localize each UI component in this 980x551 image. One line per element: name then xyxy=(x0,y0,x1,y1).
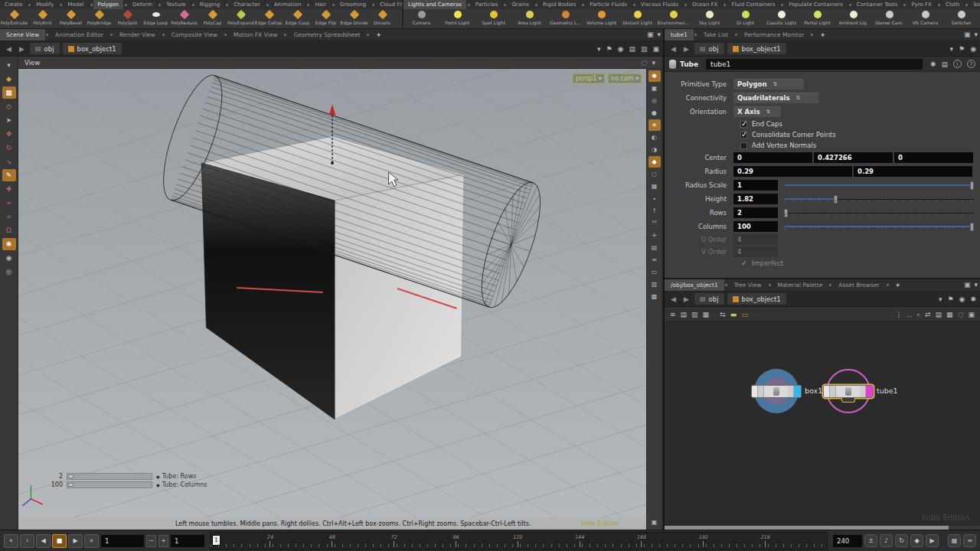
shelf-tab-cloth[interactable]: Cloth xyxy=(941,0,965,9)
view-tool-icon[interactable]: ◉ xyxy=(2,252,16,264)
shelf-tool-edge-flip[interactable]: Edge Flip xyxy=(312,9,340,28)
link-badge-icon[interactable]: ◉ xyxy=(959,295,965,303)
node-display-flag[interactable] xyxy=(866,386,873,397)
shelf-tab-particles[interactable]: Particles xyxy=(471,0,504,9)
current-frame-field[interactable]: 1 xyxy=(101,535,144,547)
handles-display-icon[interactable]: + xyxy=(648,230,661,241)
pane-layout-icon[interactable]: ▣ xyxy=(964,31,971,38)
rows-field[interactable]: 2 xyxy=(733,207,778,218)
gear-icon[interactable]: ✱ xyxy=(970,295,976,303)
shelf-tab-particle-fluids[interactable]: Particle Fluids xyxy=(585,0,632,9)
stow-icon[interactable]: ▤ xyxy=(629,45,635,53)
shadows-icon[interactable]: ◑ xyxy=(648,144,661,155)
pin-flag-icon[interactable]: ⚑ xyxy=(959,45,965,53)
path-root-chip[interactable]: ▤obj xyxy=(694,43,724,54)
network-tab-asset-browser[interactable]: Asset Browser xyxy=(832,279,885,291)
shelf-tool-polysplit[interactable]: PolySplit xyxy=(113,9,142,28)
desktop-layout-icon[interactable]: ▦ xyxy=(948,534,961,547)
shelf-tab-rigid-bodies[interactable]: Rigid Bodies xyxy=(538,0,581,9)
forward-arrow-icon[interactable]: ▶ xyxy=(681,45,691,53)
shelf-tool-switcher[interactable]: Switcher xyxy=(943,9,979,28)
lighting-icon[interactable]: ☀ xyxy=(648,119,661,131)
scene-tab-animation-editor[interactable]: Animation Editor xyxy=(49,29,109,41)
node-name-field[interactable]: tube1 xyxy=(706,59,923,70)
network-tab-plus[interactable]: + xyxy=(890,279,906,291)
param-tab-take-list[interactable]: Take List xyxy=(697,29,734,41)
forward-arrow-icon[interactable]: ▶ xyxy=(17,45,27,53)
snapshot-icon[interactable]: ▣ xyxy=(648,517,661,528)
scene-tab-geometry-spreadsheet[interactable]: Geometry Spreadsheet xyxy=(287,29,366,41)
overlay-slider-track[interactable] xyxy=(67,473,152,480)
dots-menu-icon[interactable]: ⋮ xyxy=(895,311,902,318)
shelf-tool-environmen[interactable]: Environmen... xyxy=(655,9,691,28)
shelf-tool-edge-cusp[interactable]: Edge Cusp xyxy=(283,9,312,28)
network-tab-material-palette[interactable]: Material Palette xyxy=(772,279,829,291)
shelf-tool-point-light[interactable]: Point Light xyxy=(439,9,475,28)
points-display-icon[interactable]: ∙ xyxy=(648,193,661,204)
network-graph-canvas[interactable]: Indie Edition box1tube1 xyxy=(665,322,980,530)
frame-all-icon[interactable]: ▣ xyxy=(968,311,975,318)
shelf-tool-volume-light[interactable]: Volume Light xyxy=(583,9,619,28)
scene-tab-scene-view[interactable]: Scene View xyxy=(0,29,45,41)
network-badge-icon[interactable]: ▭ xyxy=(741,311,748,318)
node-flag-segment[interactable] xyxy=(758,386,764,397)
perspective-selector[interactable]: persp1 ▾ xyxy=(573,73,605,83)
path-node-chip[interactable]: box_object1 xyxy=(727,43,786,54)
shelf-tool-polyextrude[interactable]: PolyExtrude xyxy=(0,9,28,28)
info-icon[interactable]: i xyxy=(953,60,962,68)
rotate-icon[interactable]: ↻ xyxy=(2,142,16,154)
shelf-tool-edge-divide[interactable]: Edge Divide xyxy=(340,9,368,28)
shelf-tool-gi-light[interactable]: GI Light xyxy=(727,9,763,28)
camera-selector[interactable]: no cam ▾ xyxy=(608,73,642,83)
audio-icon[interactable]: ♪ xyxy=(880,534,893,547)
view-options-icon[interactable]: ● xyxy=(648,107,661,119)
material-shading-icon[interactable]: ○ xyxy=(648,168,661,180)
play-reverse-button[interactable]: ◀ xyxy=(36,534,51,548)
shelf-tool-dissolv[interactable]: Dissolv. xyxy=(368,9,397,28)
shelf-tool-caustic-light[interactable]: Caustic Light xyxy=(763,9,799,28)
grid-display-icon[interactable]: ▤ xyxy=(648,242,661,253)
radius-y-field[interactable]: 0.29 xyxy=(854,166,972,177)
back-arrow-icon[interactable]: ◀ xyxy=(4,45,14,53)
flipbook-icon[interactable]: ▥ xyxy=(648,279,661,290)
playback-controls-icon[interactable]: ± xyxy=(864,534,877,547)
back-arrow-icon[interactable]: ◀ xyxy=(668,295,678,303)
ruler-icon[interactable]: ≡ xyxy=(648,254,661,266)
shelf-tab-populate-containers[interactable]: Populate Containers xyxy=(784,0,848,9)
align-nodes-icon[interactable]: ⇄ xyxy=(925,311,931,318)
lock-selection-icon[interactable]: ▣ xyxy=(648,83,661,94)
shelf-tab-create[interactable]: Create xyxy=(0,0,28,9)
forward-arrow-icon[interactable]: ▶ xyxy=(681,295,691,303)
headlight-icon[interactable]: ◐ xyxy=(648,132,661,143)
shelf-tool-polyknit[interactable]: PolyKnit xyxy=(28,9,57,28)
overlay-slider-handle[interactable] xyxy=(68,483,74,487)
add-vertex-normals-checkbox[interactable] xyxy=(740,142,747,149)
shelf-tool-ambient-lig[interactable]: Ambient Lig. xyxy=(835,9,871,28)
magnet-icon[interactable]: Ω xyxy=(2,224,16,236)
shelf-tab-character[interactable]: Character xyxy=(229,0,266,9)
decrement-button[interactable]: − xyxy=(146,535,156,547)
shelf-tab-solid[interactable]: Solid xyxy=(969,0,980,9)
jump-to-start-button[interactable]: « xyxy=(4,534,18,548)
node-display-flag[interactable] xyxy=(794,386,801,397)
pivot-icon[interactable]: ◎ xyxy=(2,266,16,278)
link-badge-icon[interactable]: ◉ xyxy=(970,45,976,53)
scene-tab-motion-fx-view[interactable]: Motion FX View xyxy=(227,29,283,41)
ellipsis-icon[interactable]: ‥ xyxy=(906,311,911,318)
shelf-tab-pyro-fx[interactable]: Pyro FX xyxy=(906,0,936,9)
scrub-mode-icon[interactable]: ▶ xyxy=(926,534,939,547)
end-caps-checkbox[interactable] xyxy=(740,121,747,128)
pane-menu-icon[interactable]: ▾ xyxy=(652,59,655,67)
normals-display-icon[interactable]: ↑ xyxy=(648,205,661,217)
path-caret-icon[interactable]: ▾ xyxy=(939,295,942,303)
center-y-field[interactable]: 0.427266 xyxy=(814,152,893,163)
shelf-tool-camera[interactable]: Camera xyxy=(403,9,439,28)
shelf-tool-portal-light[interactable]: Portal Light xyxy=(799,9,835,28)
path-caret-icon[interactable]: ▾ xyxy=(597,45,601,53)
shelf-tool-edge-collap[interactable]: Edge Collap. xyxy=(255,9,283,28)
playhead[interactable]: 1 xyxy=(212,535,220,546)
consolidate-corner-points-checkbox[interactable] xyxy=(740,132,747,139)
uv-display-icon[interactable]: ¹² xyxy=(648,217,661,229)
presets-icon[interactable]: ▤ xyxy=(941,60,948,68)
shelf-tab-polygon[interactable]: Polygon xyxy=(93,0,125,9)
